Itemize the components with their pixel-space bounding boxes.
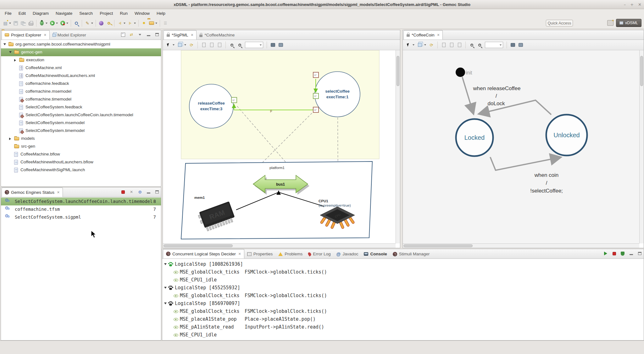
open-resource-dropdown-icon[interactable] <box>155 23 157 24</box>
logical-step-row[interactable]: LogicalStep [856970097] <box>162 300 644 308</box>
annotation-icon[interactable]: ✎ <box>84 19 91 27</box>
run-external-tools-icon[interactable] <box>59 19 66 27</box>
arrange-icon[interactable] <box>216 41 223 48</box>
tab-model-explorer[interactable]: Model Explorer <box>50 30 89 40</box>
tab-error-log[interactable]: Error Log <box>305 249 333 259</box>
zoom-level-combo[interactable] <box>485 42 503 48</box>
minimize-window-icon[interactable]: – <box>624 2 626 7</box>
back-icon[interactable] <box>116 19 124 27</box>
tab-project-explorer[interactable]: Project Explorer✕ <box>2 30 50 40</box>
tree-item-project[interactable]: org.gemoc.sample.bcool.coffeemachinewith… <box>1 41 161 48</box>
zoom-level-combo[interactable] <box>245 42 263 48</box>
maximize-window-icon[interactable]: + <box>630 2 634 7</box>
sirius-sphere-icon[interactable] <box>97 19 105 27</box>
print-icon[interactable] <box>27 19 35 27</box>
filters-icon[interactable] <box>440 41 447 48</box>
view-menu-icon[interactable] <box>137 32 143 37</box>
select-tool-dropdown-icon[interactable] <box>173 44 175 46</box>
tree-item-file[interactable]: CoffeeMachinewithSigPML.launch <box>1 166 161 174</box>
tab-console[interactable]: Console <box>361 249 390 259</box>
minimize-view-icon[interactable] <box>146 189 151 195</box>
chevron-down-icon[interactable] <box>164 302 167 304</box>
horizontal-scrollbar[interactable] <box>403 243 639 248</box>
layers-dropdown-icon[interactable] <box>184 44 186 46</box>
logical-step-row[interactable]: LogicalStep [1008261936] <box>162 260 644 268</box>
key-icon[interactable] <box>105 19 113 27</box>
decider-run-icon[interactable] <box>603 251 608 256</box>
new-wizard-dropdown-icon[interactable] <box>9 23 11 24</box>
tree-item-execution[interactable]: execution <box>1 56 161 64</box>
layers-icon[interactable] <box>416 41 423 48</box>
close-icon[interactable]: ✕ <box>437 33 440 37</box>
select-tool-dropdown-icon[interactable] <box>413 44 414 46</box>
dispose-engine-icon[interactable]: ✕ <box>129 189 134 195</box>
chevron-down-icon[interactable] <box>164 287 167 289</box>
export-image-icon[interactable] <box>269 41 276 48</box>
tree-item-file[interactable]: coffemachine.timemodel <box>1 95 161 103</box>
menu-navigate[interactable]: Navigate <box>52 9 76 18</box>
pin-editor-icon[interactable]: ☰ <box>162 19 169 27</box>
close-icon[interactable]: ✕ <box>44 33 47 37</box>
validate-icon[interactable] <box>448 41 455 48</box>
tree-item-gemoc-gen[interactable]: gemoc-gen <box>1 48 161 56</box>
menu-file[interactable]: File <box>1 9 15 18</box>
select-tool-icon[interactable] <box>165 41 172 48</box>
maximize-view-icon[interactable] <box>154 189 160 195</box>
release-coffee-node[interactable]: releaseCoffee execTime:3 <box>189 84 233 128</box>
zoom-in-icon[interactable] <box>468 41 475 48</box>
close-icon[interactable]: ✕ <box>57 190 60 194</box>
mse-event-row[interactable]: MSE_globalClock_ticksFSMClock->globalClo… <box>162 292 644 300</box>
mse-event-row[interactable]: MSE_CPU1_idle <box>162 331 644 339</box>
validate-icon[interactable] <box>208 41 215 48</box>
link-with-editor-icon[interactable]: ⇄ <box>129 32 134 37</box>
tree-item-file[interactable]: CoffeeMachine.bflow <box>1 150 161 158</box>
coffeecoin-canvas[interactable]: init when releaseCoffee / doLock Locked … <box>403 50 639 243</box>
mse-event-row[interactable]: MSE_globalClock_ticksFSMClock->globalClo… <box>162 268 644 276</box>
menu-run[interactable]: Run <box>116 9 131 18</box>
transition-label-selectcoffee[interactable]: when coin / !selectCoffee; <box>530 172 563 194</box>
tree-item-file[interactable]: CoffeeMachinewithoutLaunchers.xml <box>1 72 161 80</box>
tree-item-file[interactable]: SelectCoffeeSystem.launchCoffeeCoin.laun… <box>1 111 161 119</box>
collapse-all-icon[interactable] <box>120 32 126 37</box>
open-resource-icon[interactable] <box>148 19 155 27</box>
documentation-icon[interactable] <box>517 41 524 48</box>
open-perspective-icon[interactable] <box>607 20 613 26</box>
tab-sigpml[interactable]: *SigPML✕ <box>164 30 197 40</box>
locked-state[interactable]: Locked <box>456 119 493 156</box>
tab-properties[interactable]: Properties <box>244 249 276 259</box>
forward-dropdown-icon[interactable] <box>134 23 136 24</box>
save-icon[interactable] <box>12 19 19 27</box>
stop-engine-icon[interactable] <box>120 189 126 195</box>
save-all-icon[interactable] <box>19 19 27 27</box>
tree-item-file[interactable]: SelectCoffeeSystem.timemodel <box>1 127 161 135</box>
select-tool-icon[interactable] <box>405 41 412 48</box>
tab-javadoc[interactable]: @Javadoc <box>334 249 361 259</box>
vertical-scrollbar[interactable] <box>396 50 400 243</box>
documentation-icon[interactable] <box>277 41 284 48</box>
export-image-icon[interactable] <box>509 41 516 48</box>
zoom-out-icon[interactable] <box>236 41 243 48</box>
refresh-diagram-icon[interactable]: ⟳ <box>428 41 435 48</box>
tab-coffeecoin[interactable]: *CoffeeCoin✕ <box>403 30 443 40</box>
new-element-icon[interactable]: ✷ <box>140 19 148 27</box>
tree-item-file[interactable]: CoffeeMachinewithoutLaunchers.bflow <box>1 158 161 166</box>
external-tools-dropdown-icon[interactable] <box>66 23 68 24</box>
tab-concurrent-logical-steps-decider[interactable]: Concurrent Logical Steps Decider✕ <box>163 249 244 259</box>
debug-icon[interactable] <box>38 19 46 27</box>
menu-window[interactable]: Window <box>131 9 153 18</box>
close-icon[interactable]: ✕ <box>191 33 194 37</box>
close-window-icon[interactable]: ✕ <box>638 2 641 7</box>
menu-diagram[interactable]: Diagram <box>29 9 52 18</box>
engine-options-icon[interactable]: ⚙ <box>137 189 143 195</box>
menu-edit[interactable]: Edit <box>15 9 29 18</box>
engine-row[interactable]: SelectCoffeeSystem.launchCoffeeCoin.laun… <box>1 198 161 205</box>
tree-item-models[interactable]: models <box>1 135 161 143</box>
perspective-xdsml-button[interactable]: xDSML <box>616 19 641 27</box>
maximize-view-icon[interactable] <box>154 32 160 37</box>
search-icon[interactable] <box>73 19 80 27</box>
forward-icon[interactable] <box>126 19 134 27</box>
menu-project[interactable]: Project <box>96 9 116 18</box>
mse-event-row[interactable]: MSE_CPU1_idle <box>162 276 644 284</box>
zoom-out-icon[interactable] <box>476 41 483 48</box>
tree-item-src-gen[interactable]: src-gen <box>1 143 161 150</box>
